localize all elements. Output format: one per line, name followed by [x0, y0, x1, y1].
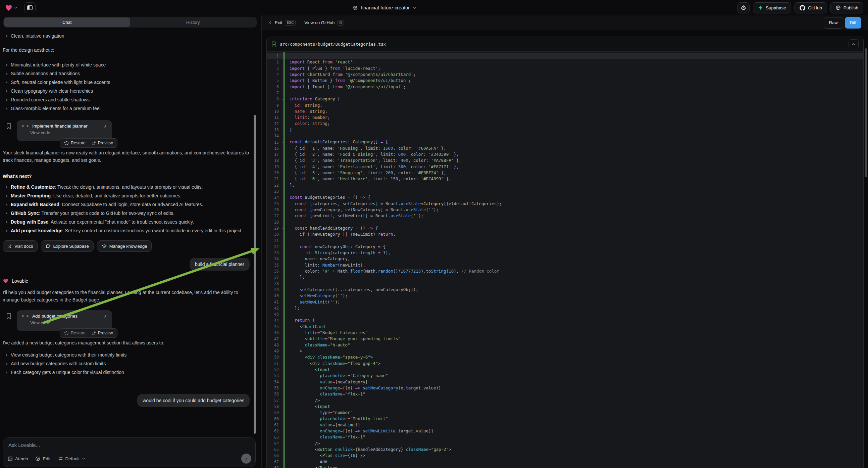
- topbar: financial-future-creator ⚙ Supabase GitH…: [0, 0, 868, 16]
- code-text: <div className="flex gap-4">: [289, 360, 380, 367]
- edit-mode-button[interactable]: Edit: [35, 456, 50, 461]
- lovable-logo-menu[interactable]: [5, 4, 18, 12]
- view-code-link[interactable]: View code: [30, 130, 107, 135]
- chat-history-tabs: Chat History: [3, 17, 257, 28]
- code-text: }: [289, 127, 292, 133]
- code-text: if (!newCategory || !newLimit) return;: [289, 231, 396, 237]
- exit-button[interactable]: Exit ESC: [269, 20, 296, 26]
- line-number: 15: [267, 140, 279, 145]
- restore-label: Restore: [71, 141, 86, 145]
- file-path: src/components/budget/BudgetCategories.t…: [280, 41, 386, 47]
- design-bullet-list: Minimalist interface with plenty of whit…: [3, 60, 250, 113]
- edit-card-implement-planner[interactable]: < > Implement financial planner View cod…: [17, 120, 112, 141]
- raw-toggle-button[interactable]: Raw: [824, 17, 843, 29]
- code-scrollbar[interactable]: [865, 48, 867, 177]
- visit-docs-button[interactable]: Visit docs: [3, 240, 38, 252]
- chat-scrollbar[interactable]: [254, 115, 256, 434]
- attach-button[interactable]: Attach: [8, 456, 28, 461]
- code-line: 66 <Plus size={16} />: [267, 452, 863, 459]
- globe-icon: [352, 5, 358, 11]
- code-line: 38: [267, 281, 863, 287]
- line-number: 56: [267, 392, 279, 397]
- code-text: subtitle="Manage your spending limits": [289, 336, 401, 342]
- code-viewer-header: Exit ESC View on GitHub G Raw Diff: [262, 16, 868, 30]
- lovable-heart-icon: [3, 278, 9, 284]
- external-link-icon: [92, 141, 96, 145]
- fold-chevron-icon[interactable]: ⌄: [279, 245, 286, 248]
- github-button[interactable]: GitHub: [795, 2, 827, 13]
- tab-history[interactable]: History: [130, 18, 256, 27]
- code-line: 2import React from 'react';: [267, 59, 863, 65]
- gear-icon: ⚙: [741, 5, 746, 11]
- code-line: 32⌄ const newCategoryObj: Category = {: [267, 244, 863, 250]
- line-number: 41: [267, 300, 279, 304]
- code-line: 23: [267, 188, 863, 195]
- supabase-button[interactable]: Supabase: [753, 2, 791, 13]
- design-heading: For the design aesthetic:: [3, 46, 250, 54]
- list-item: Master Prompting: Use clear, detailed, a…: [3, 192, 250, 200]
- code-line: 24⌄const BudgetCategories = () => {: [267, 195, 863, 200]
- lovable-heart-icon: [5, 4, 13, 12]
- code-line: 14: [267, 133, 863, 139]
- bookmark-icon[interactable]: [6, 123, 11, 129]
- code-line: 47 subtitle="Manage your spending limits…: [267, 336, 863, 342]
- chat-input[interactable]: Ask Lovable...: [3, 438, 255, 448]
- diff-file-header[interactable]: src/components/budget/BudgetCategories.t…: [267, 37, 863, 52]
- code-line: 26 const [newCategory, setNewCategory] =…: [267, 207, 863, 213]
- line-number: 51: [267, 361, 279, 366]
- toggle-sidebar-button[interactable]: [24, 2, 36, 13]
- manage-knowledge-button[interactable]: Manage knowledge: [97, 240, 152, 252]
- fold-chevron-icon[interactable]: ⌄: [279, 141, 286, 144]
- line-number: 62: [267, 429, 279, 433]
- line-number: 39: [267, 287, 279, 292]
- more-options-icon[interactable]: ⋯: [244, 278, 250, 284]
- send-button[interactable]: ↑: [241, 454, 251, 464]
- line-number: 61: [267, 423, 279, 428]
- code-text: const BudgetCategories = () => {: [289, 195, 370, 200]
- code-line: 8⌄interface Category {: [267, 96, 863, 102]
- bookmark-icon[interactable]: [6, 313, 11, 320]
- assistant-message-header: Lovable ⋯: [3, 278, 250, 284]
- fold-chevron-icon[interactable]: ⌄: [279, 98, 286, 101]
- chat-scroll-area[interactable]: Clean, intuitive navigation For the desi…: [0, 28, 258, 437]
- edit-card-add-budget-categories[interactable]: < > Add budget categories View code: [17, 310, 112, 331]
- line-number: 46: [267, 330, 279, 335]
- model-selector[interactable]: Default: [58, 456, 86, 461]
- tab-chat[interactable]: Chat: [4, 18, 130, 27]
- explore-supabase-button[interactable]: Explore Supabase: [41, 240, 93, 252]
- external-link-icon: [92, 331, 96, 335]
- code-line: 51 <div className="flex gap-4">: [267, 360, 863, 367]
- line-number: 32: [267, 244, 279, 249]
- code-text: limit: number;: [289, 115, 330, 120]
- chat-composer[interactable]: Ask Lovable... Attach Edit Default ↑: [3, 437, 256, 467]
- fold-chevron-icon[interactable]: ⌄: [279, 196, 286, 199]
- diff-toggle-button[interactable]: Diff: [845, 17, 861, 29]
- line-number: 31: [267, 238, 279, 243]
- restore-button[interactable]: Restore: [61, 141, 89, 145]
- project-selector[interactable]: financial-future-creator: [352, 0, 416, 16]
- restore-button[interactable]: Restore: [61, 331, 89, 335]
- code-body[interactable]: 12import React from 'react';3import { Pl…: [267, 52, 863, 468]
- code-text: id: String(categories.length + 1),: [289, 250, 391, 256]
- line-number: 35: [267, 263, 279, 268]
- preview-label: Preview: [98, 141, 113, 145]
- code-text: className="flex-1": [289, 391, 365, 397]
- restore-preview-bar: Restore Preview: [60, 328, 118, 338]
- view-code-link[interactable]: View code: [30, 320, 107, 325]
- preview-button[interactable]: Preview: [89, 141, 116, 145]
- code-line: 44 return (: [267, 317, 863, 323]
- publish-button[interactable]: Publish: [830, 2, 863, 13]
- chevron-right-icon: [103, 124, 107, 128]
- code-line: 12 color: string;: [267, 120, 863, 126]
- list-item: Subtle animations and transitions: [3, 69, 250, 78]
- settings-button[interactable]: ⚙: [738, 2, 750, 13]
- line-number: 27: [267, 213, 279, 218]
- preview-button[interactable]: Preview: [89, 331, 116, 335]
- code-text: const handleAddCategory = () => {: [289, 225, 378, 231]
- list-item: Expand with Backend: Connect Supabase to…: [3, 200, 250, 209]
- fold-chevron-icon[interactable]: ⌄: [279, 227, 286, 230]
- code-line: 36 color: '#' + Math.floor(Math.random()…: [267, 268, 863, 274]
- view-on-github-button[interactable]: View on GitHub G: [304, 20, 344, 26]
- collapse-file-button[interactable]: [848, 39, 859, 49]
- model-label: Default: [65, 456, 80, 461]
